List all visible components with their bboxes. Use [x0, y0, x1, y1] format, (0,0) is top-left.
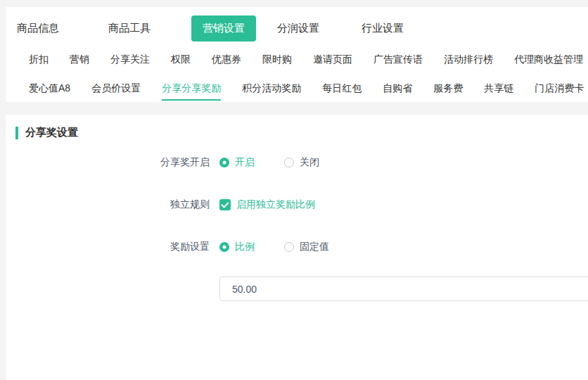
tab-marketing-settings[interactable]: 营销设置 [191, 15, 256, 42]
subtab-love-value-a8[interactable]: 爱心值A8 [29, 82, 70, 101]
subtab-ad-slogan[interactable]: 广告宣传语 [373, 53, 423, 72]
tab-industry-settings[interactable]: 行业设置 [362, 22, 404, 35]
independent-rule-row: 独立规则 启用独立奖励比例 [6, 198, 588, 211]
section-accent-bar [15, 127, 18, 139]
radio-ratio-label[interactable]: 比例 [235, 241, 255, 253]
share-switch-row: 分享奖开启 开启 关闭 [6, 156, 588, 169]
subtab-member-price[interactable]: 会员价设置 [91, 82, 141, 101]
subtab-invite-page[interactable]: 邀请页面 [313, 53, 352, 72]
radio-on-label[interactable]: 开启 [235, 156, 255, 169]
share-switch-label: 分享奖开启 [6, 156, 210, 169]
subtab-share-reward[interactable]: 分享分享奖励 [162, 82, 221, 101]
checkbox-checked-icon[interactable] [219, 199, 231, 210]
subtab-store-card[interactable]: 门店消费卡 [535, 82, 584, 101]
radio-fixed-icon[interactable] [284, 242, 294, 252]
subtab-flash-sale[interactable]: 限时购 [262, 53, 292, 72]
subtab-points-reward[interactable]: 积分活动奖励 [242, 82, 301, 101]
section-title: 分享奖设置 [25, 126, 78, 139]
radio-option-on[interactable]: 开启 [219, 156, 255, 169]
radio-option-fixed[interactable]: 固定值 [284, 241, 329, 253]
subtab-permission[interactable]: 权限 [171, 53, 191, 72]
subtab-marketing[interactable]: 营销 [70, 53, 89, 72]
tab-profit-settings[interactable]: 分润设置 [277, 22, 319, 35]
radio-off-icon[interactable] [284, 158, 294, 167]
tabs-panel: 商品信息 商品工具 营销设置 分润设置 行业设置 折扣 营销 分享关注 权限 优… [6, 7, 588, 102]
checkbox-label[interactable]: 启用独立奖励比例 [236, 198, 315, 211]
share-reward-settings-panel: 分享奖设置 分享奖开启 开启 关闭 独立规则 启用独立奖励比例 奖励设置 [6, 115, 588, 380]
radio-on-icon[interactable] [219, 158, 229, 167]
subtab-activity-rank[interactable]: 活动排行榜 [444, 53, 493, 72]
radio-off-label[interactable]: 关闭 [300, 156, 319, 169]
main-tab-bar: 商品信息 商品工具 营销设置 分润设置 行业设置 [17, 14, 588, 42]
independent-rule-label: 独立规则 [6, 198, 210, 211]
sub-tab-bar-row1: 折扣 营销 分享关注 权限 优惠券 限时购 邀请页面 广告宣传语 活动排行榜 代… [6, 53, 588, 72]
section-header: 分享奖设置 [15, 126, 588, 139]
subtab-daily-redpacket[interactable]: 每日红包 [322, 82, 362, 101]
radio-fixed-label[interactable]: 固定值 [300, 241, 329, 253]
subtab-agent-revenue[interactable]: 代理商收益管理 [514, 53, 583, 72]
sub-tab-bar-row2: 爱心值A8 会员价设置 分享分享奖励 积分活动奖励 每日红包 自购省 服务费 共… [6, 82, 588, 101]
radio-ratio-icon[interactable] [219, 242, 229, 252]
tab-product-tools[interactable]: 商品工具 [108, 22, 151, 35]
reward-ratio-input[interactable] [219, 277, 588, 301]
reward-type-row: 奖励设置 比例 固定值 [6, 241, 588, 253]
subtab-self-purchase[interactable]: 自购省 [383, 82, 412, 101]
reward-type-label: 奖励设置 [6, 241, 210, 253]
radio-option-ratio[interactable]: 比例 [219, 241, 255, 253]
subtab-coupon[interactable]: 优惠券 [212, 53, 241, 72]
subtab-service-fee[interactable]: 服务费 [433, 82, 463, 101]
subtab-shared-chain[interactable]: 共享链 [484, 82, 513, 101]
radio-option-off[interactable]: 关闭 [284, 156, 319, 169]
subtab-share-follow[interactable]: 分享关注 [110, 53, 150, 72]
checkbox-independent-rule[interactable]: 启用独立奖励比例 [219, 198, 315, 211]
subtab-discount[interactable]: 折扣 [29, 53, 49, 72]
tab-product-info[interactable]: 商品信息 [17, 22, 59, 35]
